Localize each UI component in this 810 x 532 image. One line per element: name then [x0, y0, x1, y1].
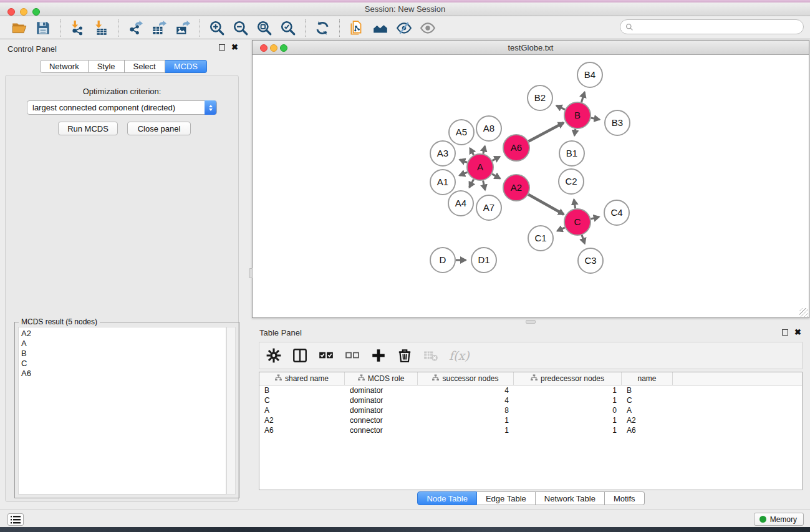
new-network-from-selection-icon[interactable]: [347, 19, 366, 37]
graph-edge-C-C2[interactable]: [574, 200, 575, 209]
refresh-icon[interactable]: [313, 19, 332, 37]
graph-edge-C-C4[interactable]: [591, 217, 599, 219]
zoom-in-icon[interactable]: [208, 19, 226, 37]
show-all-icon[interactable]: [418, 19, 437, 37]
column-header-MCDS-role[interactable]: MCDS role: [345, 372, 418, 385]
import-network-icon[interactable]: [68, 19, 87, 37]
zoom-out-icon[interactable]: [231, 19, 250, 37]
tab-node-table[interactable]: Node Table: [417, 491, 477, 505]
column-header-successor-nodes[interactable]: successor nodes: [418, 372, 514, 385]
import-table-icon[interactable]: [92, 19, 110, 37]
memory-button[interactable]: Memory: [754, 513, 804, 526]
tab-edge-table[interactable]: Edge Table: [477, 491, 536, 505]
graph-edge-B-B2[interactable]: [556, 105, 565, 109]
close-panel-button[interactable]: Close panel: [127, 122, 191, 135]
minimize-window-button[interactable]: [20, 8, 27, 16]
graph-edge-A-A4[interactable]: [470, 179, 474, 187]
graph-edge-B-B3[interactable]: [591, 118, 600, 120]
graph-node-B2[interactable]: B2: [528, 85, 552, 110]
run-mcds-button[interactable]: Run MCDS: [58, 122, 118, 135]
mcds-result-item[interactable]: B: [21, 349, 223, 359]
delete-column-icon[interactable]: [397, 347, 413, 364]
network-window-titlebar[interactable]: testGlobe.txt: [253, 41, 809, 55]
graph-node-C4[interactable]: C4: [604, 200, 629, 225]
node-table[interactable]: shared nameMCDS rolesuccessor nodesprede…: [259, 372, 803, 490]
column-header-name[interactable]: name: [622, 372, 673, 385]
graph-node-A5[interactable]: A5: [449, 120, 474, 145]
table-row[interactable]: Cdominator41C: [259, 395, 802, 405]
export-table-icon[interactable]: [150, 19, 168, 37]
zoom-selected-icon[interactable]: [279, 19, 297, 37]
graph-node-A3[interactable]: A3: [430, 141, 455, 166]
net-zoom-button[interactable]: [280, 44, 287, 52]
graph-edge-A-A7[interactable]: [483, 181, 485, 190]
graph-node-C[interactable]: C: [564, 209, 591, 235]
graph-edge-A-A1[interactable]: [460, 172, 468, 175]
mcds-result-item[interactable]: C: [21, 359, 223, 369]
graph-edge-A-A2[interactable]: [492, 174, 500, 178]
graph-node-C1[interactable]: C1: [528, 226, 553, 251]
graph-edge-A-A5[interactable]: [470, 148, 474, 155]
column-header-predecessor-nodes[interactable]: predecessor nodes: [514, 372, 622, 385]
net-close-button[interactable]: [260, 44, 268, 52]
table-row[interactable]: Bdominator41B: [259, 385, 802, 395]
graph-node-D1[interactable]: D1: [471, 248, 496, 273]
graph-node-A4[interactable]: A4: [448, 191, 473, 216]
graph-node-B3[interactable]: B3: [605, 110, 630, 135]
vertical-splitter-grip[interactable]: [249, 268, 253, 278]
deselect-all-icon[interactable]: [344, 347, 360, 364]
tab-select[interactable]: Select: [125, 60, 165, 73]
graph-edge-A-A6[interactable]: [492, 157, 499, 160]
graph-edge-A6-B[interactable]: [528, 123, 563, 142]
zoom-fit-icon[interactable]: [255, 19, 274, 37]
graph-edge-A2-C[interactable]: [528, 195, 564, 215]
table-row[interactable]: Adominator80A: [259, 405, 802, 415]
first-neighbors-icon[interactable]: [371, 19, 390, 37]
close-panel-icon[interactable]: ✖: [794, 329, 801, 336]
criterion-dropdown[interactable]: largest connected component (directed): [27, 100, 217, 115]
select-all-icon[interactable]: [318, 347, 334, 364]
float-panel-icon[interactable]: [782, 329, 788, 336]
graph-node-A6[interactable]: A6: [503, 135, 529, 161]
search-field[interactable]: [620, 19, 804, 34]
mcds-result-item[interactable]: A2: [21, 329, 223, 339]
settings-gear-icon[interactable]: [266, 347, 282, 364]
tab-network-table[interactable]: Network Table: [536, 491, 605, 505]
mcds-result-item[interactable]: A6: [21, 369, 223, 379]
graph-node-B4[interactable]: B4: [577, 62, 602, 87]
graph-node-A1[interactable]: A1: [430, 170, 455, 195]
hide-selected-icon[interactable]: [395, 19, 413, 37]
table-row[interactable]: A2connector11A2: [259, 415, 802, 425]
graph-node-A7[interactable]: A7: [476, 195, 501, 220]
graph-node-B[interactable]: B: [564, 102, 591, 128]
tab-mcds[interactable]: MCDS: [165, 60, 207, 73]
graph-node-D[interactable]: D: [430, 248, 455, 273]
graph-node-C2[interactable]: C2: [559, 169, 584, 194]
export-image-icon[interactable]: [173, 19, 192, 37]
mcds-result-scrollbar[interactable]: [226, 327, 236, 495]
graph-node-A2[interactable]: A2: [503, 175, 529, 201]
close-panel-icon[interactable]: ✖: [231, 44, 238, 51]
zoom-window-button[interactable]: [32, 8, 40, 16]
tab-motifs[interactable]: Motifs: [605, 491, 645, 505]
graph-edge-B-B4[interactable]: [581, 92, 584, 102]
tab-network[interactable]: Network: [40, 60, 89, 73]
graph-edge-C-C1[interactable]: [557, 228, 565, 231]
network-graph-canvas[interactable]: B4B2BB3A8A5A6A3B1AC2A1A2A4A7C4CC1C3DD1: [253, 55, 809, 317]
search-input[interactable]: [637, 22, 803, 32]
export-network-icon[interactable]: [126, 19, 145, 37]
window-resize-grip[interactable]: [799, 308, 808, 317]
task-history-button[interactable]: [7, 513, 24, 526]
float-panel-icon[interactable]: [219, 44, 225, 51]
horizontal-splitter-grip[interactable]: [526, 320, 536, 324]
mcds-result-list[interactable]: A2ABCA6: [18, 327, 226, 495]
graph-node-A8[interactable]: A8: [476, 116, 501, 141]
column-visibility-icon[interactable]: [292, 347, 308, 364]
graph-edge-C-C3[interactable]: [582, 235, 585, 244]
column-header-shared-name[interactable]: shared name: [259, 372, 345, 385]
graph-edge-A-A8[interactable]: [483, 146, 485, 153]
graph-node-B1[interactable]: B1: [559, 141, 584, 166]
graph-node-C3[interactable]: C3: [578, 248, 603, 273]
graph-edge-B-B1[interactable]: [574, 129, 576, 136]
mcds-result-item[interactable]: A: [21, 339, 223, 349]
